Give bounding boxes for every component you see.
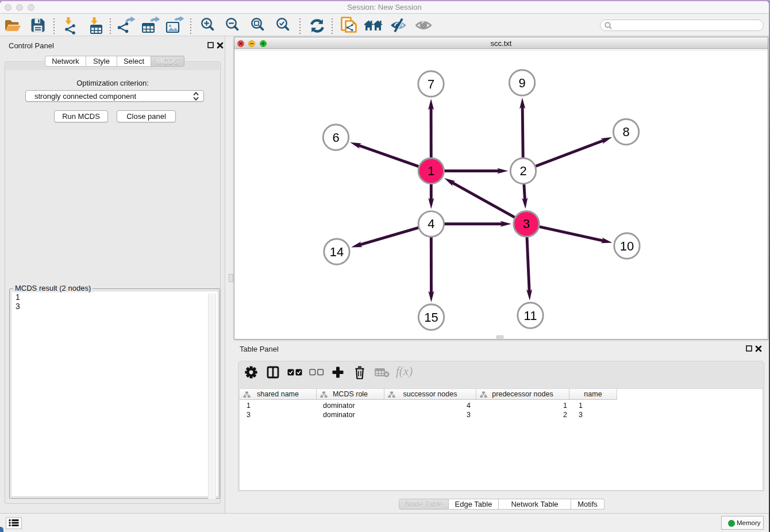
svg-text:2: 2	[519, 164, 526, 178]
svg-text:9: 9	[518, 76, 525, 90]
svg-text:3: 3	[523, 217, 530, 231]
svg-text:7: 7	[428, 77, 434, 91]
svg-text:8: 8	[622, 125, 629, 139]
svg-text:10: 10	[620, 239, 634, 253]
svg-text:15: 15	[424, 310, 438, 325]
svg-text:14: 14	[330, 245, 344, 259]
svg-text:1: 1	[428, 164, 434, 178]
svg-text:4: 4	[428, 217, 434, 231]
svg-text:6: 6	[332, 130, 339, 145]
svg-text:11: 11	[524, 309, 537, 323]
